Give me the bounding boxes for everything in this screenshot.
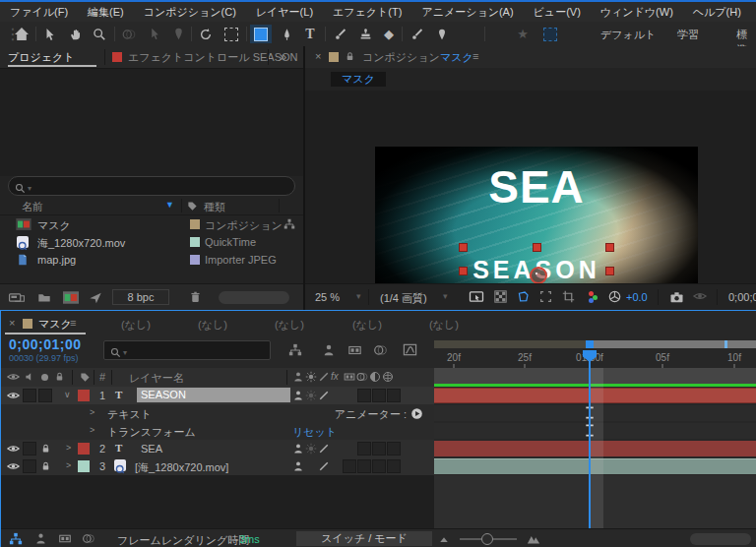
switch-well[interactable] bbox=[387, 389, 401, 402]
anchor-point-tool[interactable] bbox=[220, 25, 242, 43]
region-of-interest-icon[interactable] bbox=[539, 290, 552, 303]
switch-well[interactable] bbox=[372, 442, 386, 456]
rectangle-tool-selected[interactable] bbox=[250, 25, 272, 43]
frame-blend-toggle-icon[interactable] bbox=[58, 532, 72, 545]
quality-switch[interactable] bbox=[318, 390, 330, 401]
current-time-display[interactable]: 0;00;01;00 bbox=[9, 336, 82, 352]
motion-blur-toggle-icon[interactable] bbox=[82, 532, 95, 545]
text-tool[interactable]: T bbox=[299, 25, 321, 43]
layer-label-color[interactable] bbox=[78, 443, 90, 455]
text-property-group-row[interactable]: > テキスト アニメーター : bbox=[1, 404, 434, 423]
tab-project[interactable]: プロジェクト bbox=[8, 50, 75, 65]
menu-window[interactable]: ウィンドウ(W) bbox=[591, 5, 683, 20]
switches-modes-button[interactable]: スイッチ / モード bbox=[296, 531, 432, 546]
clone-stamp-tool[interactable] bbox=[354, 25, 376, 43]
collapse-switch[interactable] bbox=[305, 390, 317, 401]
collapse-transformations-icon[interactable] bbox=[305, 371, 317, 383]
switch-well[interactable] bbox=[357, 442, 371, 456]
menu-effect[interactable]: エフェクト(T) bbox=[323, 5, 411, 20]
rotation-tool[interactable] bbox=[195, 25, 217, 43]
workspace-star-button[interactable]: ★ bbox=[512, 25, 534, 43]
frame-blending-icon[interactable] bbox=[347, 343, 362, 357]
shy-switch[interactable] bbox=[292, 390, 304, 401]
snapping-button[interactable] bbox=[539, 25, 561, 43]
menu-edit[interactable]: 編集(E) bbox=[78, 5, 134, 20]
toolbar-grip[interactable]: ⋮⋮ bbox=[0, 25, 10, 43]
transform-group-row[interactable]: > トランスフォーム リセット bbox=[1, 422, 434, 441]
solo-column-icon[interactable] bbox=[41, 374, 48, 381]
switch-well[interactable] bbox=[387, 459, 401, 473]
project-footer-scrollbar[interactable] bbox=[219, 291, 289, 304]
selection-handle[interactable] bbox=[459, 243, 468, 252]
layer-name-text[interactable]: [海_1280x720.mov] bbox=[135, 460, 228, 475]
column-layer-name[interactable]: レイヤー名 bbox=[129, 371, 184, 386]
snapshot-camera-icon[interactable] bbox=[669, 291, 684, 303]
puppet-pin-tool[interactable] bbox=[431, 25, 453, 43]
work-area-bar[interactable] bbox=[434, 340, 756, 348]
label-column-tag-icon[interactable] bbox=[187, 201, 198, 212]
expand-chevron-right[interactable]: > bbox=[66, 443, 71, 453]
selection-handle[interactable] bbox=[459, 267, 468, 275]
layer-row-season[interactable]: ∨ 1 T SEASON bbox=[1, 387, 434, 405]
new-composition-icon[interactable] bbox=[63, 291, 79, 304]
menu-composition[interactable]: コンポジション(C) bbox=[134, 5, 246, 20]
lock-icon[interactable] bbox=[40, 460, 51, 472]
label-column-icon[interactable] bbox=[80, 372, 91, 383]
switch-well[interactable] bbox=[357, 389, 371, 402]
always-preview-icon[interactable] bbox=[469, 291, 484, 304]
comp-timecode[interactable]: 0;00;01;00 bbox=[728, 291, 756, 303]
exposure-value[interactable]: +0.0 bbox=[626, 291, 648, 303]
work-area-handle[interactable] bbox=[586, 340, 594, 348]
home-button[interactable] bbox=[10, 25, 32, 43]
quality-switch[interactable] bbox=[318, 443, 330, 455]
lock-column-icon[interactable] bbox=[54, 371, 65, 383]
lock-icon[interactable] bbox=[40, 443, 51, 455]
text-group-label[interactable]: テキスト bbox=[107, 407, 152, 422]
audio-column-icon[interactable] bbox=[25, 371, 35, 383]
panel-overflow-chevrons[interactable]: » bbox=[280, 49, 286, 64]
project-row-sea-mov[interactable]: 海_1280x720.mov QuickTime bbox=[0, 233, 303, 251]
project-row-map-jpg[interactable]: map.jpg Importer JPEG bbox=[0, 251, 303, 269]
3d-layer-switch-icon[interactable] bbox=[382, 371, 394, 383]
shy-switch[interactable] bbox=[292, 460, 304, 472]
comp-mini-flowchart-toggle-icon[interactable] bbox=[9, 532, 23, 546]
exposure-shutter-icon[interactable] bbox=[608, 290, 621, 303]
project-settings-icon[interactable] bbox=[89, 291, 102, 304]
layer-label-color[interactable] bbox=[78, 390, 90, 401]
magnification-dropdown[interactable]: 25 % bbox=[315, 291, 340, 303]
label-color-chip[interactable] bbox=[190, 219, 200, 229]
comp-marker[interactable] bbox=[724, 340, 727, 348]
eye-icon[interactable] bbox=[7, 461, 20, 471]
menu-view[interactable]: ビュー(V) bbox=[524, 5, 591, 20]
shy-switch[interactable] bbox=[292, 443, 304, 455]
selection-handle[interactable] bbox=[605, 243, 614, 252]
motion-blur-icon[interactable] bbox=[373, 343, 388, 357]
playhead-line[interactable] bbox=[589, 350, 591, 528]
interpret-footage-icon[interactable] bbox=[8, 291, 26, 304]
tab-composition-title[interactable]: コンポジション bbox=[362, 50, 440, 65]
graph-editor-icon[interactable] bbox=[403, 342, 417, 357]
video-eye-column-icon[interactable] bbox=[7, 372, 20, 382]
transparency-grid-icon[interactable] bbox=[494, 290, 507, 303]
project-row-mask[interactable]: マスク コンポジション bbox=[0, 215, 303, 233]
tab-effect-controls[interactable]: エフェクトコントロール SEASON bbox=[128, 50, 297, 65]
motion-blur-switch-icon[interactable] bbox=[356, 371, 368, 383]
label-color-chip[interactable] bbox=[190, 255, 200, 265]
empty-tab[interactable]: (なし) bbox=[275, 318, 304, 333]
workspace-default[interactable]: デフォルト bbox=[600, 28, 656, 42]
eye-icon[interactable] bbox=[7, 391, 20, 400]
composition-mini-flowchart-icon[interactable] bbox=[288, 343, 302, 357]
dolly-camera-tool[interactable] bbox=[167, 25, 189, 43]
switch-well[interactable] bbox=[387, 442, 401, 456]
column-number[interactable]: # bbox=[99, 371, 105, 383]
menu-help[interactable]: ヘルプ(H) bbox=[683, 5, 751, 20]
solo-well[interactable] bbox=[38, 389, 52, 402]
new-folder-icon[interactable] bbox=[37, 291, 51, 304]
orbit-camera-tool[interactable] bbox=[118, 25, 140, 43]
zoom-out-mountain-icon[interactable] bbox=[438, 533, 450, 545]
brush-tool[interactable] bbox=[329, 25, 350, 43]
menu-layer[interactable]: レイヤー(L) bbox=[246, 5, 323, 20]
sort-descending-icon[interactable]: ▼ bbox=[165, 200, 174, 210]
empty-tab[interactable]: (なし) bbox=[121, 318, 151, 333]
layer-row-sea-footage[interactable]: > 3 [海_1280x720.mov] bbox=[1, 457, 434, 476]
